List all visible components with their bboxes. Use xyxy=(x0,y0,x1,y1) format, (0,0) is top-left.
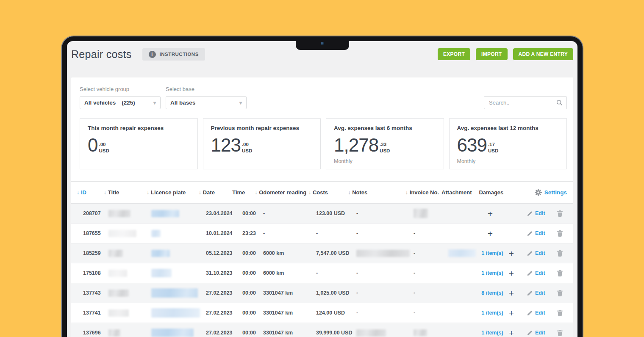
add-damage-button[interactable]: + xyxy=(509,269,514,278)
cell-title xyxy=(104,250,148,257)
stat-currency: USD xyxy=(380,148,390,154)
delete-button[interactable] xyxy=(552,330,566,336)
cell-costs: 39,999.00 USD xyxy=(313,330,353,336)
stat-currency: USD xyxy=(242,148,252,154)
settings-button[interactable]: Settings xyxy=(519,189,567,196)
column-label: Damages xyxy=(479,189,503,196)
redacted-notes xyxy=(356,250,410,257)
stat-amount: 0 .00 USD xyxy=(88,136,190,155)
edit-button[interactable]: Edit xyxy=(516,290,552,296)
cell-id: 137743 xyxy=(77,290,104,296)
redacted-attachment xyxy=(448,249,476,257)
column-header-id[interactable]: ↓ID xyxy=(77,189,104,196)
add-damage-button[interactable]: + xyxy=(509,249,514,258)
cell-licence-plate xyxy=(148,329,201,337)
add-damage-button[interactable]: + xyxy=(509,289,514,298)
column-header-date[interactable]: ↓Date xyxy=(199,189,233,196)
filters-row: Select vehicle group All vehicles (225) … xyxy=(80,86,567,109)
add-damage-button[interactable]: + xyxy=(509,329,514,337)
cell-attachment: 1 item(s) + xyxy=(448,269,516,278)
cell-notes xyxy=(353,250,411,257)
table-header: ↓ID↓Title↓Licence plate↓DateTime↓Odomete… xyxy=(71,181,573,204)
cell-id: 137741 xyxy=(77,310,104,316)
cell-odometer: 3301047 km xyxy=(258,310,313,316)
cell-title xyxy=(104,270,148,277)
attachment-count-link[interactable]: 8 item(s) xyxy=(481,290,503,296)
stat-decimals: .00 xyxy=(242,141,252,147)
column-header-notes[interactable]: ↓Notes xyxy=(348,189,405,196)
delete-button[interactable] xyxy=(552,230,566,237)
instructions-button[interactable]: i INSTRUCTIONS xyxy=(142,48,205,61)
column-header-title[interactable]: ↓Title xyxy=(104,189,147,196)
stat-amount: 639 .17 USD xyxy=(457,136,559,155)
cell-attachment: + xyxy=(448,229,516,238)
camera-icon xyxy=(321,42,324,45)
column-header-odometer[interactable]: ↓Odometer reading xyxy=(255,189,308,196)
edit-label: Edit xyxy=(535,230,545,236)
laptop-frame: Repair costs i INSTRUCTIONS EXPORT IMPOR… xyxy=(61,36,583,337)
column-label: Date xyxy=(203,189,215,196)
cell-date: 27.02.2023 xyxy=(201,290,235,296)
cell-date: 23.04.2024 xyxy=(201,210,235,216)
delete-button[interactable] xyxy=(552,290,566,296)
cell-costs: 7,547.00 USD xyxy=(313,250,353,256)
search-input[interactable] xyxy=(488,99,556,106)
sort-arrow-icon: ↓ xyxy=(308,190,311,196)
delete-button[interactable] xyxy=(552,250,566,257)
edit-button[interactable]: Edit xyxy=(516,270,552,276)
cell-invoice xyxy=(411,329,448,336)
attachment-count-link[interactable]: 1 item(s) xyxy=(481,330,503,336)
table-row: 175108 31.10.2023 00:00 6000 km - - - 1 … xyxy=(71,263,573,283)
delete-button[interactable] xyxy=(552,210,566,217)
column-label: Odometer reading xyxy=(259,189,306,196)
column-label: Licence plate xyxy=(151,189,186,196)
base-filter: Select base All bases ▾ xyxy=(166,86,247,109)
redacted-invoice xyxy=(414,329,427,336)
pencil-icon xyxy=(527,290,533,296)
column-label: ID xyxy=(81,189,86,196)
cell-licence-plate xyxy=(148,230,201,237)
column-header-invoice[interactable]: ↓Invoice No. xyxy=(405,189,441,196)
page-title: Repair costs xyxy=(71,48,132,61)
vehicle-group-select[interactable]: All vehicles (225) ▾ xyxy=(80,96,161,109)
attachment-count-link[interactable]: 1 item(s) xyxy=(481,310,503,316)
add-damage-button[interactable]: + xyxy=(488,209,493,218)
delete-button[interactable] xyxy=(552,310,566,316)
edit-button[interactable]: Edit xyxy=(516,210,552,216)
cell-title xyxy=(104,290,148,297)
sort-arrow-icon: ↓ xyxy=(199,190,201,196)
pencil-icon xyxy=(527,231,533,236)
edit-button[interactable]: Edit xyxy=(516,310,552,316)
column-header-costs[interactable]: ↓Costs xyxy=(308,189,348,196)
cell-odometer: 6000 km xyxy=(258,270,313,276)
cell-licence-plate xyxy=(148,250,201,257)
cell-date: 27.02.2023 xyxy=(201,330,235,336)
import-button[interactable]: IMPORT xyxy=(476,48,507,60)
cell-costs: 123.00 USD xyxy=(313,210,353,216)
caret-down-icon: ▾ xyxy=(153,100,156,105)
header-actions: EXPORT IMPORT ADD A NEW ENTRY xyxy=(438,48,573,60)
info-icon: i xyxy=(149,51,156,58)
cell-invoice: - xyxy=(411,290,448,296)
edit-button[interactable]: Edit xyxy=(516,250,552,256)
trash-icon xyxy=(557,330,563,336)
cell-attachment: 1 item(s) + xyxy=(448,329,516,337)
attachment-count-link[interactable]: 1 item(s) xyxy=(481,250,503,256)
edit-button[interactable]: Edit xyxy=(516,330,552,336)
redacted-licence-plate xyxy=(151,329,194,337)
add-damage-button[interactable]: + xyxy=(509,309,514,318)
stat-decimals: .00 xyxy=(99,141,109,147)
column-header-licence[interactable]: ↓Licence plate xyxy=(147,189,199,196)
redacted-licence-plate xyxy=(151,250,170,257)
add-new-entry-button[interactable]: ADD A NEW ENTRY xyxy=(513,48,574,60)
delete-button[interactable] xyxy=(552,270,566,276)
attachment-count-link[interactable]: 1 item(s) xyxy=(481,270,503,276)
cell-title xyxy=(104,329,148,337)
edit-button[interactable]: Edit xyxy=(516,230,552,236)
add-damage-button[interactable]: + xyxy=(488,229,493,238)
instructions-label: INSTRUCTIONS xyxy=(160,52,199,57)
cell-costs: - xyxy=(313,270,353,276)
export-button[interactable]: EXPORT xyxy=(438,48,470,60)
base-select[interactable]: All bases ▾ xyxy=(166,96,247,109)
sort-arrow-icon: ↓ xyxy=(77,190,79,196)
